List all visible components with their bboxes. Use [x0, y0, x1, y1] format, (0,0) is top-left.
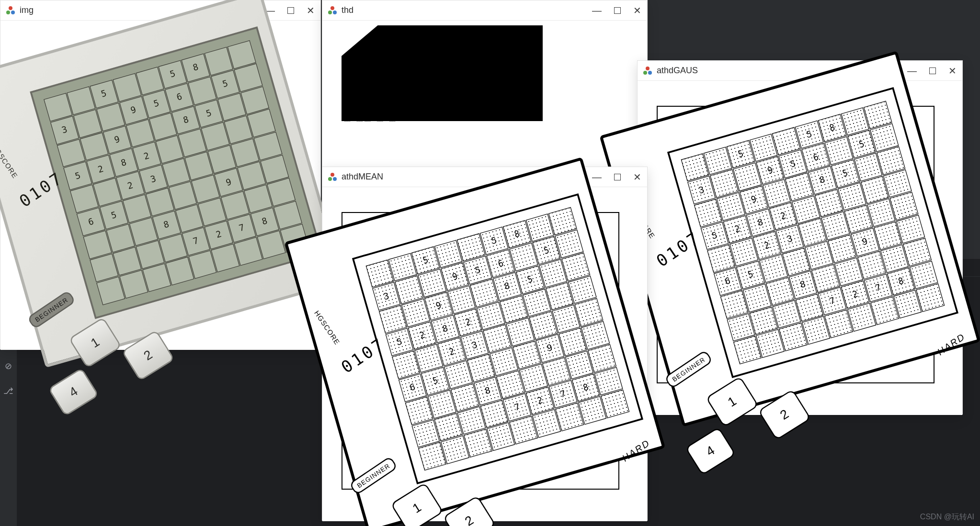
opencv-logo-icon [643, 67, 652, 75]
watermark: CSDN @玩转AI [920, 512, 974, 522]
opencv-logo-icon [6, 6, 15, 15]
close-button[interactable]: ✕ [948, 66, 957, 76]
sudoku-grid: 5583956598552822365987278 [44, 40, 308, 305]
sudoku-device: 5583956598552822365987278 HGSCORE 0107 H… [268, 140, 684, 526]
close-button[interactable]: ✕ [633, 6, 641, 15]
minimize-button[interactable]: — [592, 6, 602, 15]
window-title: thd [342, 5, 353, 15]
opencv-logo-icon [328, 6, 337, 15]
window-img: img — ✕ 5583956598552822365987278 HGSCOR… [0, 0, 321, 349]
warning-icon[interactable]: ⊘ [5, 361, 12, 371]
window-title: athdMEAN [342, 172, 383, 182]
maximize-button[interactable] [614, 7, 621, 14]
opencv-logo-icon [328, 173, 337, 181]
close-button[interactable]: ✕ [633, 172, 641, 182]
sudoku-grid: 5583956598552822365987278 [681, 101, 945, 364]
titlebar-thd[interactable]: thd — ✕ [322, 0, 647, 21]
window-title: athdGAUS [657, 66, 698, 76]
maximize-button[interactable] [929, 67, 936, 74]
image-canvas-athdmean: 5583956598552822365987278 HGSCORE 0107 H… [342, 212, 619, 490]
image-canvas-img: 5583956598552822365987278 HGSCORE 0107 H… [21, 46, 297, 323]
window-athdgaus: athdGAUS — ✕ 5583956598552822365987278 H… [637, 60, 963, 414]
git-icon[interactable]: ⎇ [3, 386, 13, 396]
maximize-button[interactable] [287, 7, 294, 14]
maximize-button[interactable] [614, 174, 621, 180]
image-canvas-athdgaus: 5583956598552822365987278 HGSCORE 0107 H… [657, 106, 934, 383]
sudoku-grid: 5583956598552822365987278 [365, 207, 629, 470]
window-title: img [20, 5, 34, 15]
window-athdmean: athdMEAN — ✕ 5583956598552822365987278 H… [322, 167, 648, 521]
close-button[interactable]: ✕ [307, 6, 315, 15]
